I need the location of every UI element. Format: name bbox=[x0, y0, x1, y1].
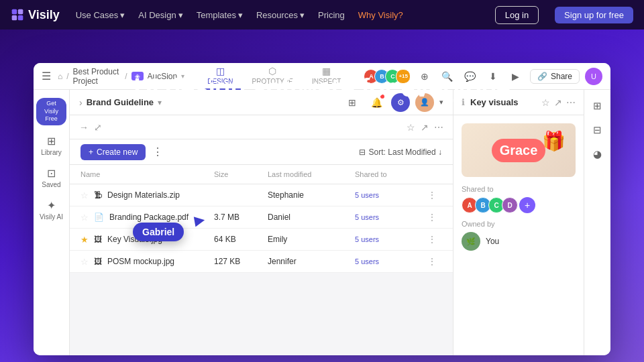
hero-title: UI design software for everyone bbox=[0, 74, 644, 103]
layers-icon[interactable]: ⊟ bbox=[587, 119, 608, 141]
nav-pricing[interactable]: Pricing bbox=[318, 10, 345, 20]
ai-icon: ✦ bbox=[47, 199, 56, 212]
nav-why-visily[interactable]: Why Visily? bbox=[358, 10, 403, 20]
nav-ai-design[interactable]: AI Design ▾ bbox=[138, 10, 182, 20]
plus-icon: + bbox=[89, 147, 93, 157]
files-section: → ⤢ ☆ ↗ ⋯ + Create new ⋮ ⊟ Sor bbox=[70, 115, 453, 355]
preview-image: Grace 🎁 ▶ bbox=[462, 123, 576, 177]
right-panel-body: Grace 🎁 ▶ Shared to A B C D + bbox=[453, 115, 584, 355]
kebab-row2[interactable]: ⋮ bbox=[422, 234, 442, 245]
table-row: ☆ 🗜 Design Materials.zip Stephanie 5 use… bbox=[70, 184, 453, 206]
file-icon-row2: 🖼 bbox=[94, 235, 102, 244]
star-row0[interactable]: ☆ bbox=[80, 190, 89, 200]
sidebar-visily-ai[interactable]: ✦ Visily AI bbox=[37, 195, 66, 225]
palette-icon[interactable]: ◕ bbox=[587, 143, 608, 165]
kebab-row0[interactable]: ⋮ bbox=[422, 190, 442, 200]
kebab-row3[interactable]: ⋮ bbox=[422, 256, 442, 267]
sort-button[interactable]: ⊟ Sort: Last Modified ↓ bbox=[359, 147, 442, 157]
app-body: Get Visily Free ⊞ Library ⊡ Saved ✦ Visi… bbox=[34, 90, 610, 355]
filter-icon: ⊟ bbox=[359, 147, 366, 157]
share-canvas-icon[interactable]: ↗ bbox=[421, 122, 429, 133]
svg-rect-1 bbox=[18, 9, 23, 15]
main-content: › Brand Guideline ▾ ⊞ 🔔 ⚙ 👤 ▾ bbox=[70, 90, 453, 355]
svg-rect-0 bbox=[12, 9, 17, 15]
far-right-sidebar: ⊞ ⊟ ◕ bbox=[584, 90, 610, 355]
saved-icon: ⊡ bbox=[47, 167, 56, 180]
owner-avatar: 🌿 bbox=[462, 232, 480, 251]
file-icon-row1: 📄 bbox=[94, 213, 104, 222]
preview-grace-text: Grace bbox=[492, 139, 546, 162]
left-sidebar: Get Visily Free ⊞ Library ⊡ Saved ✦ Visi… bbox=[34, 90, 70, 355]
preview-gift-icon: 🎁 bbox=[542, 130, 569, 157]
navigation: Visily Use Cases ▾ AI Design ▾ Templates… bbox=[0, 0, 644, 29]
right-panel: ℹ Key visuals ☆ ↗ ⋯ Grace 🎁 ▶ Shared to bbox=[453, 90, 584, 355]
shared-avatars: A B C D + bbox=[462, 197, 576, 213]
owned-by-label: Owned by bbox=[462, 220, 576, 228]
table-row: ☆ 🖼 POSM mockup.jpg 127 KB Jennifer 5 us… bbox=[70, 251, 453, 273]
svg-rect-2 bbox=[12, 15, 17, 21]
file-icon-row3: 🖼 bbox=[94, 257, 102, 266]
shared-badge-row3[interactable]: 5 users bbox=[355, 257, 422, 265]
nav-use-cases[interactable]: Use Cases ▾ bbox=[76, 10, 125, 20]
more-canvas-icon[interactable]: ⋯ bbox=[434, 122, 443, 133]
kebab-row1[interactable]: ⋮ bbox=[422, 212, 442, 223]
arrow-left-icon[interactable]: → bbox=[79, 122, 89, 133]
star-row1[interactable]: ☆ bbox=[80, 213, 89, 223]
sidebar-saved[interactable]: ⊡ Saved bbox=[37, 163, 66, 192]
file-table: Name Size Last modified Shared to ☆ 🗜 De bbox=[70, 165, 453, 273]
signup-button[interactable]: Sign up for free bbox=[555, 7, 633, 23]
canvas-toolbar: → ⤢ ☆ ↗ ⋯ bbox=[70, 115, 453, 139]
add-shared-user-button[interactable]: + bbox=[519, 197, 535, 213]
logo[interactable]: Visily bbox=[11, 8, 60, 22]
shared-to-label: Shared to bbox=[462, 185, 576, 193]
star-canvas-icon[interactable]: ☆ bbox=[407, 122, 415, 133]
shared-avatar-4: D bbox=[502, 197, 518, 213]
svg-rect-3 bbox=[18, 15, 23, 21]
owner-name: You bbox=[486, 237, 499, 246]
star-row2[interactable]: ★ bbox=[80, 235, 89, 245]
library-icon: ⊞ bbox=[47, 135, 56, 147]
app-window: ☰ ⌂ / Best Product Project / ◈ AucSion ▾… bbox=[34, 63, 610, 355]
files-panel: Name Size Last modified Shared to ☆ 🗜 De bbox=[70, 165, 453, 355]
table-row: ★ 🖼 Key Visuals.jpg 64 KB Emily 5 users … bbox=[70, 229, 453, 251]
login-button[interactable]: Log in bbox=[495, 6, 539, 24]
shared-badge-row2[interactable]: 5 users bbox=[355, 235, 422, 243]
nav-resources[interactable]: Resources ▾ bbox=[256, 10, 305, 20]
file-icon-row0: 🗜 bbox=[94, 190, 102, 200]
sidebar-library[interactable]: ⊞ Library bbox=[37, 131, 66, 160]
nav-links: Use Cases ▾ AI Design ▾ Templates ▾ Reso… bbox=[76, 10, 403, 20]
table-header: Name Size Last modified Shared to bbox=[70, 165, 453, 184]
create-new-button[interactable]: + Create new bbox=[80, 144, 146, 160]
owned-by-section: Owned by 🌿 You bbox=[462, 220, 576, 251]
star-row3[interactable]: ☆ bbox=[80, 257, 89, 267]
file-toolbar-kebab[interactable]: ⋮ bbox=[152, 145, 163, 158]
file-toolbar: + Create new ⋮ ⊟ Sort: Last Modified ↓ bbox=[70, 139, 453, 165]
nav-templates[interactable]: Templates ▾ bbox=[197, 10, 243, 20]
shared-to-section: Shared to A B C D + bbox=[462, 185, 576, 213]
table-row: ☆ 📄 Branding Package.pdf 3.7 MB Daniel 5… bbox=[70, 206, 453, 229]
expand-icon[interactable]: ⤢ bbox=[94, 122, 102, 133]
shared-badge-row1[interactable]: 5 users bbox=[355, 213, 422, 221]
shared-badge-row0[interactable]: 5 users bbox=[355, 191, 422, 199]
logo-text: Visily bbox=[28, 8, 60, 22]
